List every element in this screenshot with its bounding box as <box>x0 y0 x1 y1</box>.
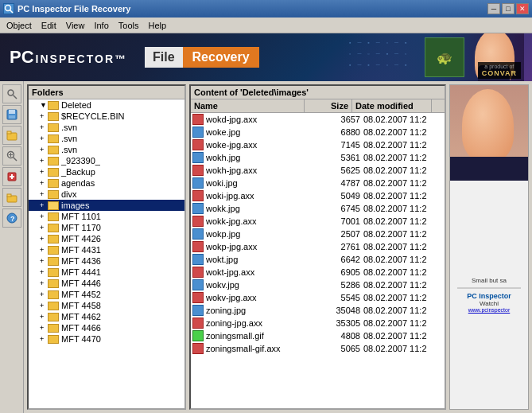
folder-tree-item[interactable]: +MFT 4436 <box>29 255 184 267</box>
menu-item-tools[interactable]: Tools <box>114 19 144 32</box>
file-row[interactable]: wokd-jpg.axx365708.02.2007 11:2 <box>191 113 445 126</box>
file-row[interactable]: wokp.jpg250708.02.2007 11:2 <box>191 228 445 240</box>
folder-label: .svn <box>61 145 77 154</box>
file-size: 6880 <box>316 127 363 137</box>
file-row[interactable]: woke.jpg688008.02.2007 11:2 <box>191 126 445 138</box>
file-row[interactable]: woki.jpg478708.02.2007 11:2 <box>191 177 445 189</box>
file-row[interactable]: wokh-jpg.axx562508.02.2007 11:2 <box>191 164 445 177</box>
file-icon <box>192 305 204 316</box>
tool-folder-button[interactable] <box>2 188 21 207</box>
menu-item-help[interactable]: Help <box>143 19 171 32</box>
expand-icon[interactable]: + <box>40 190 48 198</box>
file-row[interactable]: zoningsmall.gif480808.02.2007 11:2 <box>191 329 445 342</box>
expand-icon[interactable]: + <box>40 146 48 154</box>
expand-icon[interactable]: + <box>40 335 48 343</box>
menu-item-object[interactable]: Object <box>2 19 37 32</box>
folder-tree-item[interactable]: +MFT 4446 <box>29 278 184 289</box>
folder-tree-item[interactable]: +.svn <box>29 122 184 133</box>
file-row[interactable]: wokt.jpg664208.02.2007 11:2 <box>191 253 445 266</box>
expand-icon[interactable]: + <box>40 268 48 276</box>
folder-tree-item[interactable]: +MFT 4466 <box>29 322 184 333</box>
folder-tree-item[interactable]: +MFT 4426 <box>29 233 184 244</box>
file-size: 7001 <box>316 216 363 226</box>
menu-item-edit[interactable]: Edit <box>37 19 61 32</box>
menu-item-view[interactable]: View <box>61 19 90 32</box>
expand-icon[interactable]: + <box>40 313 48 321</box>
folder-tree-item[interactable]: +MFT 4452 <box>29 289 184 300</box>
col-header-name[interactable]: Name <box>191 99 305 112</box>
file-name: wokp.jpg <box>206 229 316 239</box>
tool-search-button[interactable] <box>2 84 21 103</box>
folder-tree-item[interactable]: +images <box>29 200 184 211</box>
menu-item-info[interactable]: Info <box>89 19 113 32</box>
file-row[interactable]: wokk-jpg.axx700108.02.2007 11:2 <box>191 215 445 228</box>
expand-icon[interactable]: + <box>40 134 48 142</box>
folder-tree-item[interactable]: +_Backup <box>29 166 184 177</box>
expand-icon[interactable]: + <box>40 302 48 310</box>
expand-icon[interactable]: ▼ <box>40 101 48 109</box>
file-row[interactable]: wokk.jpg674508.02.2007 11:2 <box>191 202 445 215</box>
file-icon <box>192 254 204 265</box>
expand-icon[interactable]: + <box>40 157 48 165</box>
tool-help-button[interactable]: ? <box>2 208 21 228</box>
file-date: 08.02.2007 11:2 <box>363 293 443 302</box>
folder-tree-item[interactable]: +MFT 1170 <box>29 222 184 233</box>
maximize-button[interactable]: □ <box>502 3 515 14</box>
file-row[interactable]: wokv.jpg528608.02.2007 11:2 <box>191 279 445 291</box>
expand-icon[interactable]: + <box>40 235 48 243</box>
folder-tree-item[interactable]: +.svn <box>29 133 184 144</box>
folder-tree-item[interactable]: +MFT 4441 <box>29 267 184 278</box>
tool-add-button[interactable] <box>2 167 21 186</box>
expand-icon[interactable]: + <box>40 224 48 232</box>
file-row[interactable]: woke-jpg.axx714508.02.2007 11:2 <box>191 138 445 151</box>
file-row[interactable]: zoning.jpg3504808.02.2007 11:2 <box>191 304 445 317</box>
logo-pc: PC <box>10 47 34 68</box>
folder-tree-item[interactable]: +MFT 4458 <box>29 300 184 311</box>
expand-icon[interactable]: + <box>40 168 48 176</box>
file-row[interactable]: woki-jpg.axx504908.02.2007 11:2 <box>191 189 445 202</box>
expand-icon[interactable]: + <box>40 290 48 298</box>
file-date: 08.02.2007 11:2 <box>363 306 443 315</box>
folder-tree-item[interactable]: +$RECYCLE.BIN <box>29 111 184 122</box>
folder-tree-item[interactable]: +agendas <box>29 177 184 189</box>
expand-icon[interactable]: + <box>40 123 48 131</box>
folder-tree-item[interactable]: +MFT 4470 <box>29 333 184 345</box>
file-row[interactable]: wokp-jpg.axx276108.02.2007 11:2 <box>191 240 445 253</box>
convar-logo: CONVAR <box>482 69 517 77</box>
folder-tree-item[interactable]: +_923390_ <box>29 155 184 166</box>
tool-open-button[interactable] <box>2 126 21 145</box>
folder-label: $RECYCLE.BIN <box>61 111 124 121</box>
file-name: wokv.jpg <box>206 280 316 290</box>
folder-tree-item[interactable]: ▼Deleted <box>29 99 184 111</box>
folder-tree-item[interactable]: +MFT 1101 <box>29 211 184 222</box>
folder-label: MFT 1101 <box>61 212 101 221</box>
file-name: wokk-jpg.axx <box>206 216 316 226</box>
folder-tree-item[interactable]: +MFT 4462 <box>29 311 184 322</box>
file-date: 08.02.2007 11:2 <box>363 255 443 264</box>
file-row[interactable]: wokt-jpg.axx690508.02.2007 11:2 <box>191 266 445 279</box>
files-list[interactable]: wokd-jpg.axx365708.02.2007 11:2woke.jpg6… <box>191 113 445 408</box>
folder-icon <box>48 313 59 321</box>
file-row[interactable]: zoningsmall-gif.axx506508.02.2007 11:2 <box>191 342 445 355</box>
folder-tree[interactable]: ▼Deleted +$RECYCLE.BIN +.svn +.svn +.svn… <box>29 99 184 408</box>
expand-icon[interactable]: + <box>40 179 48 187</box>
col-header-size[interactable]: Size <box>305 99 352 112</box>
folder-tree-item[interactable]: +MFT 4431 <box>29 244 184 255</box>
file-row[interactable]: zoning-jpg.axx3530508.02.2007 11:2 <box>191 317 445 329</box>
file-row[interactable]: wokh.jpg536108.02.2007 11:2 <box>191 151 445 164</box>
expand-icon[interactable]: + <box>40 112 48 120</box>
expand-icon[interactable]: + <box>40 212 48 220</box>
close-button[interactable]: ✕ <box>516 3 529 14</box>
expand-icon[interactable]: + <box>40 279 48 287</box>
folder-tree-item[interactable]: +.svn <box>29 144 184 155</box>
file-row[interactable]: wokv-jpg.axx554508.02.2007 11:2 <box>191 291 445 304</box>
expand-icon[interactable]: + <box>40 257 48 265</box>
col-header-date[interactable]: Date modified <box>352 99 432 112</box>
expand-icon[interactable]: + <box>40 246 48 254</box>
folder-tree-item[interactable]: +divx <box>29 189 184 200</box>
minimize-button[interactable]: ─ <box>487 3 500 14</box>
tool-zoom-button[interactable] <box>2 146 21 166</box>
tool-save-button[interactable] <box>2 105 21 124</box>
expand-icon[interactable]: + <box>40 324 48 332</box>
expand-icon[interactable]: + <box>40 201 48 209</box>
